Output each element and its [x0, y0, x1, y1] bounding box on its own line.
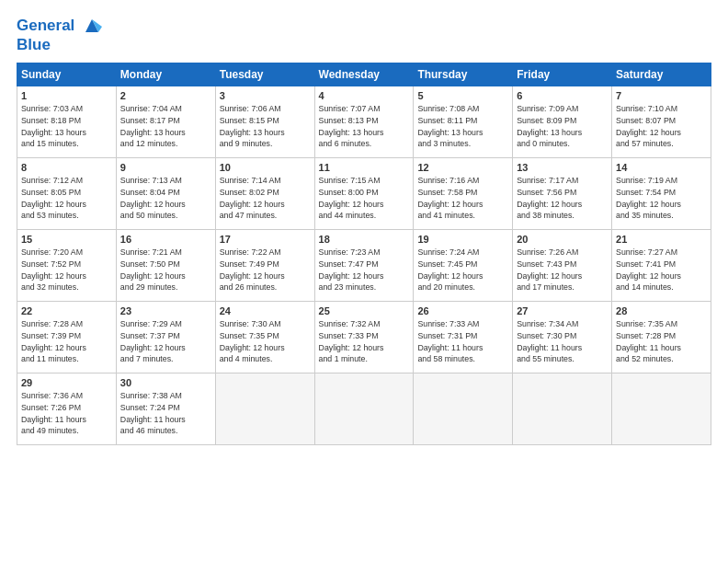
day-info: Sunrise: 7:07 AMSunset: 8:13 PMDaylight:… [319, 103, 410, 150]
weekday-header-monday: Monday [116, 63, 215, 86]
day-info: Sunrise: 7:21 AMSunset: 7:50 PMDaylight:… [120, 247, 211, 293]
weekday-header-tuesday: Tuesday [215, 63, 314, 86]
day-number: 15 [21, 234, 112, 245]
day-info: Sunrise: 7:24 AMSunset: 7:45 PMDaylight:… [417, 247, 508, 293]
calendar-cell: 20Sunrise: 7:26 AMSunset: 7:43 PMDayligh… [513, 230, 612, 302]
day-info: Sunrise: 7:28 AMSunset: 7:39 PMDaylight:… [21, 318, 112, 365]
day-info: Sunrise: 7:13 AMSunset: 8:04 PMDaylight:… [120, 175, 211, 222]
calendar-cell: 14Sunrise: 7:19 AMSunset: 7:54 PMDayligh… [612, 158, 711, 230]
day-number: 8 [21, 162, 112, 173]
day-info: Sunrise: 7:08 AMSunset: 8:11 PMDaylight:… [417, 103, 508, 150]
day-number: 5 [417, 90, 508, 101]
logo-icon [82, 16, 102, 36]
day-info: Sunrise: 7:23 AMSunset: 7:47 PMDaylight:… [319, 247, 410, 293]
calendar-cell: 28Sunrise: 7:35 AMSunset: 7:28 PMDayligh… [612, 302, 711, 373]
day-number: 1 [21, 90, 112, 101]
calendar-cell [414, 373, 513, 445]
calendar-cell: 5Sunrise: 7:08 AMSunset: 8:11 PMDaylight… [414, 86, 513, 158]
day-info: Sunrise: 7:30 AMSunset: 7:35 PMDaylight:… [220, 318, 311, 365]
weekday-header-wednesday: Wednesday [314, 63, 414, 86]
day-info: Sunrise: 7:27 AMSunset: 7:41 PMDaylight:… [616, 247, 707, 293]
day-info: Sunrise: 7:19 AMSunset: 7:54 PMDaylight:… [616, 175, 707, 222]
day-info: Sunrise: 7:17 AMSunset: 7:56 PMDaylight:… [517, 175, 608, 222]
day-info: Sunrise: 7:38 AMSunset: 7:24 PMDaylight:… [120, 390, 211, 437]
day-number: 18 [319, 234, 410, 245]
calendar-cell: 30Sunrise: 7:38 AMSunset: 7:24 PMDayligh… [116, 373, 215, 445]
day-number: 11 [319, 162, 410, 173]
calendar: SundayMondayTuesdayWednesdayThursdayFrid… [17, 63, 711, 445]
day-info: Sunrise: 7:16 AMSunset: 7:58 PMDaylight:… [417, 175, 508, 222]
day-info: Sunrise: 7:10 AMSunset: 8:07 PMDaylight:… [616, 103, 707, 150]
day-info: Sunrise: 7:12 AMSunset: 8:05 PMDaylight:… [21, 175, 112, 222]
day-number: 9 [120, 162, 211, 173]
day-info: Sunrise: 7:20 AMSunset: 7:52 PMDaylight:… [21, 247, 112, 293]
calendar-cell: 15Sunrise: 7:20 AMSunset: 7:52 PMDayligh… [17, 230, 117, 302]
day-number: 14 [616, 162, 707, 173]
day-info: Sunrise: 7:35 AMSunset: 7:28 PMDaylight:… [616, 318, 707, 365]
calendar-cell: 11Sunrise: 7:15 AMSunset: 8:00 PMDayligh… [314, 158, 414, 230]
weekday-header-saturday: Saturday [612, 63, 711, 86]
calendar-cell: 27Sunrise: 7:34 AMSunset: 7:30 PMDayligh… [513, 302, 612, 373]
day-number: 21 [616, 234, 707, 245]
calendar-cell: 9Sunrise: 7:13 AMSunset: 8:04 PMDaylight… [116, 158, 215, 230]
day-info: Sunrise: 7:06 AMSunset: 8:15 PMDaylight:… [220, 103, 311, 150]
day-number: 13 [517, 162, 608, 173]
calendar-cell: 19Sunrise: 7:24 AMSunset: 7:45 PMDayligh… [414, 230, 513, 302]
calendar-cell [215, 373, 314, 445]
weekday-header-friday: Friday [513, 63, 612, 86]
day-info: Sunrise: 7:04 AMSunset: 8:17 PMDaylight:… [120, 103, 211, 150]
day-info: Sunrise: 7:09 AMSunset: 8:09 PMDaylight:… [517, 103, 608, 150]
day-number: 28 [616, 305, 707, 316]
calendar-cell: 18Sunrise: 7:23 AMSunset: 7:47 PMDayligh… [314, 230, 414, 302]
day-info: Sunrise: 7:14 AMSunset: 8:02 PMDaylight:… [220, 175, 311, 222]
calendar-cell: 7Sunrise: 7:10 AMSunset: 8:07 PMDaylight… [612, 86, 711, 158]
day-info: Sunrise: 7:22 AMSunset: 7:49 PMDaylight:… [220, 247, 311, 293]
calendar-cell: 10Sunrise: 7:14 AMSunset: 8:02 PMDayligh… [215, 158, 314, 230]
day-info: Sunrise: 7:36 AMSunset: 7:26 PMDaylight:… [21, 390, 112, 437]
day-number: 19 [417, 234, 508, 245]
day-number: 7 [616, 90, 707, 101]
day-info: Sunrise: 7:15 AMSunset: 8:00 PMDaylight:… [319, 175, 410, 222]
calendar-cell: 22Sunrise: 7:28 AMSunset: 7:39 PMDayligh… [17, 302, 117, 373]
calendar-cell: 13Sunrise: 7:17 AMSunset: 7:56 PMDayligh… [513, 158, 612, 230]
day-info: Sunrise: 7:03 AMSunset: 8:18 PMDaylight:… [21, 103, 112, 150]
calendar-cell: 1Sunrise: 7:03 AMSunset: 8:18 PMDaylight… [17, 86, 117, 158]
day-info: Sunrise: 7:34 AMSunset: 7:30 PMDaylight:… [517, 318, 608, 365]
day-number: 25 [319, 305, 410, 316]
day-info: Sunrise: 7:32 AMSunset: 7:33 PMDaylight:… [319, 318, 410, 365]
calendar-cell: 2Sunrise: 7:04 AMSunset: 8:17 PMDaylight… [116, 86, 215, 158]
day-info: Sunrise: 7:26 AMSunset: 7:43 PMDaylight:… [517, 247, 608, 293]
day-number: 26 [417, 305, 508, 316]
day-number: 10 [220, 162, 311, 173]
day-number: 29 [21, 377, 112, 388]
calendar-cell: 6Sunrise: 7:09 AMSunset: 8:09 PMDaylight… [513, 86, 612, 158]
logo: General Blue [17, 17, 102, 53]
day-number: 6 [517, 90, 608, 101]
calendar-cell: 24Sunrise: 7:30 AMSunset: 7:35 PMDayligh… [215, 302, 314, 373]
day-info: Sunrise: 7:29 AMSunset: 7:37 PMDaylight:… [120, 318, 211, 365]
calendar-cell [513, 373, 612, 445]
calendar-cell [612, 373, 711, 445]
calendar-cell: 29Sunrise: 7:36 AMSunset: 7:26 PMDayligh… [17, 373, 117, 445]
calendar-cell: 3Sunrise: 7:06 AMSunset: 8:15 PMDaylight… [215, 86, 314, 158]
logo-blue: Blue [17, 36, 102, 54]
calendar-cell: 16Sunrise: 7:21 AMSunset: 7:50 PMDayligh… [116, 230, 215, 302]
calendar-cell: 12Sunrise: 7:16 AMSunset: 7:58 PMDayligh… [414, 158, 513, 230]
calendar-cell: 17Sunrise: 7:22 AMSunset: 7:49 PMDayligh… [215, 230, 314, 302]
day-number: 17 [220, 234, 311, 245]
weekday-header-sunday: Sunday [17, 63, 117, 86]
day-number: 22 [21, 305, 112, 316]
calendar-cell: 23Sunrise: 7:29 AMSunset: 7:37 PMDayligh… [116, 302, 215, 373]
logo-general: General [17, 17, 74, 34]
day-number: 12 [417, 162, 508, 173]
calendar-cell: 26Sunrise: 7:33 AMSunset: 7:31 PMDayligh… [414, 302, 513, 373]
day-number: 30 [120, 377, 211, 388]
calendar-cell [314, 373, 414, 445]
calendar-cell: 4Sunrise: 7:07 AMSunset: 8:13 PMDaylight… [314, 86, 414, 158]
day-number: 3 [220, 90, 311, 101]
calendar-cell: 8Sunrise: 7:12 AMSunset: 8:05 PMDaylight… [17, 158, 117, 230]
day-number: 4 [319, 90, 410, 101]
day-number: 20 [517, 234, 608, 245]
weekday-header-thursday: Thursday [414, 63, 513, 86]
day-info: Sunrise: 7:33 AMSunset: 7:31 PMDaylight:… [417, 318, 508, 365]
